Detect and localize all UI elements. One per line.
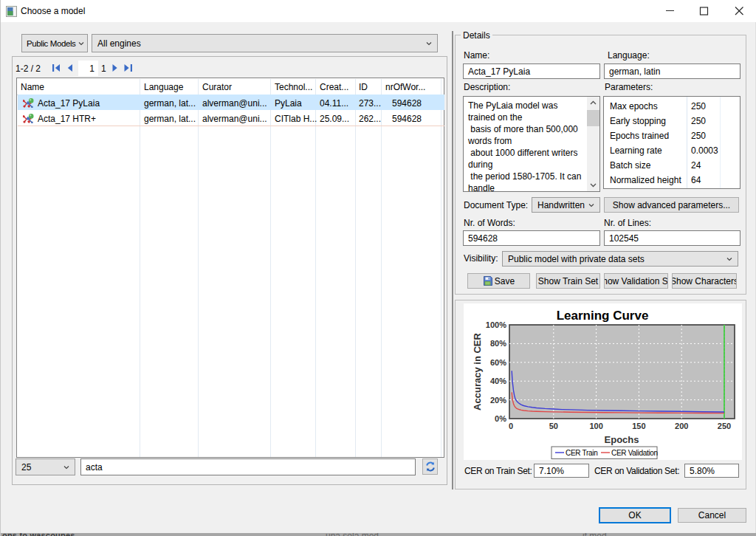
svg-text:CER Train: CER Train — [566, 449, 597, 457]
svg-text:60%: 60% — [490, 358, 506, 367]
svg-text:80%: 80% — [490, 339, 506, 348]
svg-text:Epochs: Epochs — [605, 434, 639, 445]
svg-text:50: 50 — [549, 422, 558, 430]
svg-text:Learning Curve: Learning Curve — [557, 309, 649, 323]
svg-text:20%: 20% — [490, 396, 506, 405]
svg-text:Accuracy in CER: Accuracy in CER — [472, 333, 483, 410]
svg-text:150: 150 — [632, 422, 645, 430]
svg-text:100%: 100% — [486, 320, 506, 329]
svg-text:0%: 0% — [495, 414, 506, 423]
svg-text:100: 100 — [589, 422, 602, 430]
svg-text:40%: 40% — [490, 377, 506, 385]
svg-text:CER Validation: CER Validation — [611, 449, 658, 457]
svg-text:200: 200 — [675, 422, 688, 430]
svg-text:0: 0 — [509, 422, 513, 430]
svg-text:250: 250 — [718, 422, 731, 430]
